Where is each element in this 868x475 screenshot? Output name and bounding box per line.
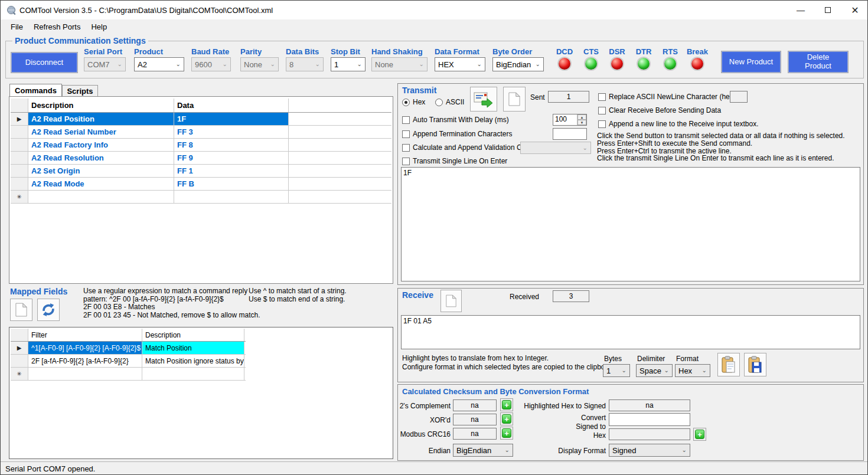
description-column-header[interactable]: Description <box>142 329 244 341</box>
window-title: COMTool Version 3.5 - C:\ProgramData\US … <box>19 6 273 15</box>
append-newline-checkbox[interactable]: Append a new line to the Receive input t… <box>598 120 759 128</box>
disconnect-button[interactable]: Disconnect <box>11 53 77 73</box>
description-column-header[interactable]: Description <box>28 99 174 112</box>
menu-refresh-ports[interactable]: Refresh Ports <box>28 21 86 33</box>
endian-select[interactable]: BigEndian⌄ <box>453 444 513 457</box>
cts-label: CTS <box>578 47 604 56</box>
data-format-select[interactable]: HEX⌄ <box>435 57 485 71</box>
receive-data-textarea[interactable]: 1F 01 A5 <box>401 315 860 349</box>
copy-to-clipboard-button[interactable] <box>717 353 740 376</box>
spinner-up-icon[interactable]: ▲ <box>577 114 586 120</box>
minimize-button[interactable]: — <box>787 1 814 19</box>
table-row[interactable]: ▶ ^1[A-F0-9] [A-F0-9]{2} [A-F0-9]{2}$ Ma… <box>11 342 246 355</box>
product-select[interactable]: A2⌄ <box>134 57 184 71</box>
comtool-window: COMTool Version 3.5 - C:\ProgramData\US … <box>0 0 868 475</box>
table-row[interactable]: A2 Read Mode FF B <box>11 178 391 191</box>
new-row[interactable]: ✳ <box>11 368 246 381</box>
xord-field: na <box>453 414 497 425</box>
convert-add-button[interactable]: + <box>693 428 706 441</box>
parity-select[interactable]: None⌄ <box>240 57 279 71</box>
modbus-add-button[interactable]: + <box>500 427 513 440</box>
transmit-title: Transmit <box>402 86 436 95</box>
chevron-down-icon: ⌄ <box>477 61 482 67</box>
bytes-select[interactable]: 1⌄ <box>603 364 630 377</box>
mapped-fields-new-button[interactable] <box>10 299 32 321</box>
data-column-header[interactable]: Data <box>174 99 289 112</box>
delimiter-select[interactable]: Space⌄ <box>636 364 673 377</box>
convert-signed-input[interactable] <box>609 413 690 426</box>
transmit-data-textarea[interactable]: 1F <box>401 167 860 281</box>
replace-newline-input[interactable] <box>730 91 748 103</box>
menu-file[interactable]: File <box>5 21 28 33</box>
close-button[interactable]: ✕ <box>841 1 868 19</box>
twos-complement-field: na <box>453 399 497 411</box>
table-row[interactable]: ▶ A2 Read Position 1F <box>11 113 391 126</box>
convert-signed-to-hex-label: Convert Signed to Hex <box>517 414 606 440</box>
title-bar: COMTool Version 3.5 - C:\ProgramData\US … <box>1 1 867 19</box>
new-row[interactable]: ✳ <box>11 191 391 204</box>
termination-chars-input[interactable] <box>553 128 587 140</box>
chevron-down-icon: ⌄ <box>682 447 687 453</box>
mapped-fields-refresh-button[interactable] <box>37 299 60 321</box>
delete-product-button[interactable]: Delete Product <box>788 51 848 73</box>
table-row[interactable]: A2 Read Resolution FF 9 <box>11 152 391 165</box>
transmit-new-button[interactable] <box>503 87 526 112</box>
plus-icon: + <box>502 428 511 438</box>
stop-bit-select[interactable]: 1⌄ <box>331 57 366 71</box>
received-label: Received <box>510 293 539 301</box>
hex-radio[interactable]: Hex <box>402 98 425 106</box>
byte-order-label: Byte Order <box>492 47 532 56</box>
radio-icon <box>435 99 443 106</box>
checkbox-icon <box>402 158 410 165</box>
baud-rate-select[interactable]: 9600⌄ <box>191 57 231 71</box>
format-select[interactable]: Hex⌄ <box>675 364 710 377</box>
display-format-select[interactable]: Signed⌄ <box>609 444 690 457</box>
refresh-icon <box>41 303 56 317</box>
chevron-down-icon: ⌄ <box>223 61 227 67</box>
radio-selected-icon <box>402 99 410 106</box>
hand-shaking-select[interactable]: None⌄ <box>371 57 428 71</box>
replace-newline-checkbox[interactable]: Replace ASCII NewLine Character (hex) <box>598 93 736 101</box>
auto-transmit-checkbox[interactable]: Auto Transmit With Delay (ms) <box>402 116 509 124</box>
clear-receive-checkbox[interactable]: Clear Receive Before Sending Data <box>598 106 721 114</box>
rts-led-indicator <box>664 58 676 70</box>
send-icon <box>474 90 494 108</box>
menu-help[interactable]: Help <box>86 21 112 33</box>
chevron-down-icon: ⌄ <box>664 368 669 374</box>
serial-port-select[interactable]: COM7⌄ <box>84 57 126 71</box>
spinner-buttons[interactable]: ▲▼ <box>577 114 586 125</box>
tab-commands[interactable]: Commands <box>9 84 62 97</box>
byte-order-select[interactable]: BigEndian⌄ <box>492 57 544 71</box>
tab-scripts[interactable]: Scripts <box>62 85 98 97</box>
receive-clear-button[interactable] <box>440 290 462 312</box>
send-button[interactable] <box>470 87 497 112</box>
filter-column-header[interactable]: Filter <box>28 329 142 341</box>
save-clipboard-button[interactable] <box>744 353 766 376</box>
commands-table-header: Description Data <box>11 99 391 113</box>
checkbox-icon <box>598 93 606 101</box>
mapped-fields-panel: Filter Description ▶ ^1[A-F0-9] [A-F0-9]… <box>9 327 393 459</box>
validation-code-checkbox[interactable]: Calculate and Append Validation Code <box>402 143 534 152</box>
table-row[interactable]: A2 Read Serial Number FF 3 <box>11 126 391 139</box>
table-row[interactable]: A2 Set Origin FF 1 <box>11 165 391 178</box>
data-bits-select[interactable]: 8⌄ <box>286 57 324 71</box>
maximize-button[interactable] <box>814 1 841 19</box>
checkbox-icon <box>402 130 410 138</box>
ascii-radio[interactable]: ASCII <box>435 98 464 106</box>
data-bits-label: Data Bits <box>286 47 319 56</box>
table-row[interactable]: A2 Read Factory Info FF 8 <box>11 139 391 152</box>
single-line-checkbox[interactable]: Transmit Single Line On Enter <box>402 157 507 165</box>
serial-port-label: Serial Port <box>84 47 122 56</box>
new-row-icon: ✳ <box>17 194 21 200</box>
mapped-fields-help-right: Use ^ to match start of a string. Use $ … <box>249 287 347 303</box>
append-termination-checkbox[interactable]: Append Termination Characters <box>402 130 513 138</box>
delay-spinner[interactable]: 100 ▲▼ <box>553 114 587 126</box>
validation-code-select[interactable]: ⌄ <box>520 142 591 154</box>
xord-add-button[interactable]: + <box>500 412 513 425</box>
new-product-button[interactable]: New Product <box>722 51 781 73</box>
received-count-field: 3 <box>553 290 589 302</box>
spinner-down-icon[interactable]: ▼ <box>577 120 586 125</box>
checkbox-icon <box>598 107 606 114</box>
twos-complement-add-button[interactable]: + <box>500 398 513 411</box>
table-row[interactable]: 2F [a-fA-F0-9]{2} [a-fA-F0-9]{2} Match P… <box>11 355 246 368</box>
